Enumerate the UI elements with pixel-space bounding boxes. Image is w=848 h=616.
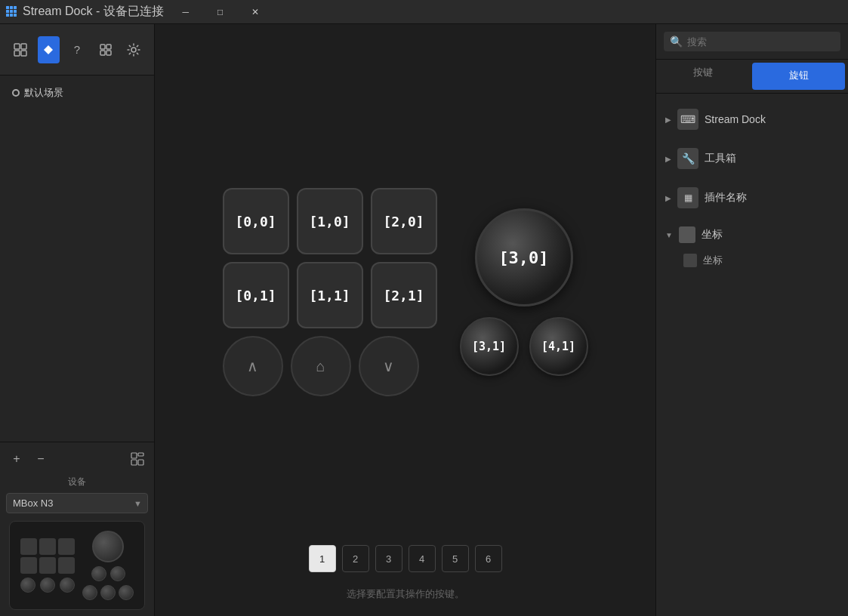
key-row-1: [0,1] [1,1] [2,1] bbox=[223, 262, 437, 328]
chevron-down-icon: ∨ bbox=[383, 357, 394, 375]
preview-nav-btn bbox=[40, 578, 55, 593]
plugin-group-stream-dock-header[interactable]: ▶ ⌨ Stream Dock bbox=[656, 103, 848, 136]
key-2-0[interactable]: [2,0] bbox=[371, 188, 437, 254]
page-6-button[interactable]: 6 bbox=[475, 545, 502, 572]
svg-point-8 bbox=[131, 48, 136, 52]
stream-dock-icon: ⌨ bbox=[677, 109, 698, 130]
scenes-button[interactable] bbox=[9, 36, 32, 63]
coordinate-item[interactable]: 坐标 bbox=[656, 249, 848, 272]
svg-rect-9 bbox=[131, 453, 137, 458]
plugin-group-toolbox-header[interactable]: ▶ 🔧 工具箱 bbox=[656, 142, 848, 175]
preview-nav-btn bbox=[20, 578, 35, 593]
key-0-1[interactable]: [0,1] bbox=[223, 262, 289, 328]
svg-rect-6 bbox=[100, 51, 105, 55]
search-input[interactable] bbox=[687, 36, 834, 48]
search-wrapper: 🔍 bbox=[664, 32, 840, 51]
device-preview bbox=[9, 521, 145, 610]
plugin-group-plugin-header[interactable]: ▶ ▦ 插件名称 bbox=[656, 181, 848, 214]
preview-small-knob bbox=[91, 566, 106, 581]
nav-home-button[interactable]: ⌂ bbox=[291, 336, 351, 396]
page-3-button[interactable]: 3 bbox=[375, 545, 402, 572]
large-knob-3-0[interactable]: [3,0] bbox=[475, 208, 573, 306]
svg-rect-2 bbox=[14, 51, 20, 56]
plugin-group-stream-dock: ▶ ⌨ Stream Dock bbox=[656, 100, 848, 139]
svg-rect-5 bbox=[106, 45, 111, 49]
app-container: ? 默认场景 bbox=[0, 24, 848, 616]
small-knob-4-1[interactable]: [4,1] bbox=[529, 317, 588, 376]
small-knob-3-1[interactable]: [3,1] bbox=[460, 317, 519, 376]
remove-scene-button[interactable]: − bbox=[30, 448, 51, 470]
preview-left bbox=[20, 538, 75, 593]
plugin-icon: ▦ bbox=[677, 187, 698, 208]
app-icon bbox=[6, 6, 18, 18]
left-sidebar: ? 默认场景 bbox=[0, 24, 155, 616]
search-icon: 🔍 bbox=[670, 35, 683, 48]
coordinate-icon bbox=[679, 226, 695, 243]
device-settings-button[interactable] bbox=[127, 448, 148, 470]
button-grid: [0,0] [1,0] [2,0] [0,1] bbox=[223, 188, 437, 396]
key-2-1[interactable]: [2,1] bbox=[371, 262, 437, 328]
chevron-up-icon: ∧ bbox=[247, 357, 258, 375]
preview-bottom-knobs bbox=[82, 585, 134, 600]
knob-column: [3,0] [3,1] [4,1] bbox=[460, 208, 588, 376]
preview-nav-btn bbox=[60, 578, 75, 593]
window-controls: ─ □ ✕ bbox=[168, 0, 273, 24]
device-select[interactable]: MBox N3 bbox=[6, 493, 148, 513]
preview-cell bbox=[20, 557, 37, 574]
chevron-right-icon: ▶ bbox=[665, 155, 671, 163]
scene-item-default[interactable]: 默认场景 bbox=[6, 82, 148, 104]
coordinate-header[interactable]: ▼ 坐标 bbox=[656, 220, 848, 249]
settings-button[interactable] bbox=[122, 36, 145, 63]
nav-down-button[interactable]: ∨ bbox=[359, 336, 419, 396]
preview-cell bbox=[58, 538, 75, 555]
main-content: [0,0] [1,0] [2,0] [0,1] bbox=[155, 24, 655, 616]
page-1-button[interactable]: 1 bbox=[309, 545, 336, 572]
svg-rect-0 bbox=[14, 44, 20, 49]
preview-cell bbox=[20, 538, 37, 555]
preview-small-knobs bbox=[91, 566, 125, 581]
svg-rect-7 bbox=[106, 51, 111, 55]
tab-knobs[interactable]: 旋钮 bbox=[752, 63, 845, 90]
preview-right bbox=[82, 531, 134, 600]
key-1-1[interactable]: [1,1] bbox=[297, 262, 363, 328]
plugin-group-plugin: ▶ ▦ 插件名称 bbox=[656, 178, 848, 217]
help-icon: ? bbox=[74, 43, 80, 56]
preview-large-knob bbox=[92, 531, 124, 562]
right-panel: 🔍 按键 旋钮 ▶ ⌨ Stream Dock ▶ bbox=[655, 24, 848, 616]
device-select-wrapper: MBox N3 ▼ bbox=[6, 493, 148, 513]
plugin-group-toolbox: ▶ 🔧 工具箱 bbox=[656, 139, 848, 178]
svg-rect-4 bbox=[100, 45, 105, 49]
preview-small-knob bbox=[110, 566, 125, 581]
nav-row: ∧ ⌂ ∨ bbox=[223, 336, 437, 396]
sidebar-bottom: + − 设备 MBox N3 ▼ bbox=[0, 442, 154, 616]
stream-button[interactable] bbox=[38, 36, 60, 63]
maximize-button[interactable]: □ bbox=[203, 0, 238, 24]
key-1-0[interactable]: [1,0] bbox=[297, 188, 363, 254]
svg-rect-11 bbox=[131, 460, 137, 465]
plugin-label: 插件名称 bbox=[705, 191, 747, 205]
toolbox-label: 工具箱 bbox=[705, 152, 736, 165]
device-label: 设备 bbox=[6, 476, 148, 488]
svg-rect-3 bbox=[21, 51, 26, 56]
page-4-button[interactable]: 4 bbox=[409, 545, 436, 572]
help-button[interactable]: ? bbox=[66, 36, 88, 63]
coordinate-label: 坐标 bbox=[702, 228, 723, 242]
sidebar-actions: + − bbox=[6, 448, 148, 470]
page-2-button[interactable]: 2 bbox=[342, 545, 369, 572]
nav-up-button[interactable]: ∧ bbox=[223, 336, 283, 396]
preview-inner bbox=[20, 531, 134, 600]
preview-bottom-knob bbox=[100, 585, 116, 600]
coord-item-label: 坐标 bbox=[703, 254, 723, 267]
profiles-button[interactable] bbox=[94, 36, 117, 63]
preview-bottom-knob bbox=[82, 585, 97, 600]
minimize-button[interactable]: ─ bbox=[168, 0, 203, 24]
page-5-button[interactable]: 5 bbox=[442, 545, 469, 572]
key-grid-area: [0,0] [1,0] [2,0] [0,1] bbox=[223, 47, 588, 537]
add-scene-button[interactable]: + bbox=[6, 448, 27, 470]
plugin-list: ▶ ⌨ Stream Dock ▶ 🔧 工具箱 ▶ ▦ 插件名称 bbox=[656, 94, 848, 616]
pagination: 1 2 3 4 5 6 bbox=[309, 545, 502, 572]
key-0-0[interactable]: [0,0] bbox=[223, 188, 289, 254]
tab-keys[interactable]: 按键 bbox=[656, 60, 749, 93]
close-button[interactable]: ✕ bbox=[238, 0, 273, 24]
tab-bar: 按键 旋钮 bbox=[656, 60, 848, 94]
